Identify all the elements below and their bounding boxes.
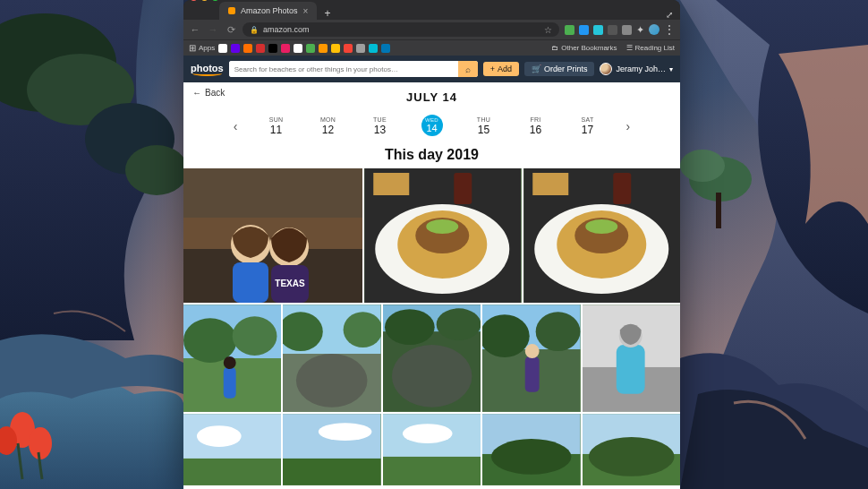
- apps-shortcut[interactable]: ⊞ Apps: [189, 43, 215, 53]
- photo-thumbnail[interactable]: [482, 305, 580, 412]
- url-input[interactable]: 🔒 amazon.com ☆: [243, 22, 559, 37]
- svg-point-23: [426, 219, 458, 234]
- close-icon[interactable]: ×: [303, 6, 309, 16]
- browser-window: Amazon Photos × + ⤢ ← → ⟳ 🔒 amazon.com ☆…: [183, 0, 680, 489]
- day-slot[interactable]: FRI16: [523, 116, 549, 136]
- bookmark-icon[interactable]: [319, 44, 328, 53]
- svg-rect-32: [532, 173, 568, 195]
- profile-avatar-icon[interactable]: [649, 24, 660, 35]
- photo-thumbnail[interactable]: [183, 414, 281, 485]
- bookmark-icon[interactable]: [331, 44, 340, 53]
- photo-thumbnail[interactable]: [364, 168, 522, 303]
- photo-thumbnail[interactable]: [383, 305, 481, 412]
- search-input[interactable]: [229, 61, 458, 77]
- photo-thumbnail[interactable]: [183, 305, 281, 412]
- bookmark-icon[interactable]: [218, 44, 227, 53]
- cart-icon: 🛒: [532, 64, 541, 73]
- svg-point-10: [29, 427, 52, 459]
- back-button[interactable]: ←: [189, 24, 201, 35]
- bookmark-icon[interactable]: [231, 44, 240, 53]
- amazon-photos-logo[interactable]: photos: [191, 63, 224, 76]
- bookmark-icon[interactable]: [243, 44, 252, 53]
- svg-point-70: [491, 439, 572, 475]
- user-menu[interactable]: Jeramy Joh… ▾: [600, 63, 673, 75]
- date-strip: ‹ SUN11MON12TUE13WED14THU15FRI16SAT17 ›: [183, 113, 680, 145]
- bookmark-icon[interactable]: [369, 44, 378, 53]
- window-minimize[interactable]: [201, 0, 208, 1]
- photo-thumbnail[interactable]: [583, 305, 680, 412]
- photo-thumbnail[interactable]: [383, 414, 481, 485]
- other-bookmarks[interactable]: 🗀Other Bookmarks: [551, 44, 617, 52]
- new-tab-button[interactable]: +: [317, 7, 337, 20]
- svg-rect-64: [283, 459, 380, 485]
- window-close[interactable]: [191, 0, 197, 1]
- extension-icon[interactable]: [579, 25, 589, 35]
- svg-rect-37: [224, 367, 236, 399]
- photo-thumbnail[interactable]: [523, 168, 681, 303]
- day-slot[interactable]: SUN11: [263, 116, 290, 136]
- svg-point-36: [233, 316, 277, 356]
- bookmark-icon[interactable]: [294, 44, 302, 53]
- browser-tab[interactable]: Amazon Photos ×: [219, 2, 317, 20]
- svg-rect-67: [383, 457, 481, 485]
- extension-icon[interactable]: [622, 25, 632, 35]
- photo-thumbnail[interactable]: [283, 305, 380, 412]
- favicon-icon: [228, 7, 235, 14]
- bookmark-icon[interactable]: [306, 44, 315, 53]
- svg-rect-3: [716, 193, 721, 228]
- svg-point-43: [344, 312, 381, 347]
- reload-button[interactable]: ⟳: [225, 24, 237, 36]
- svg-rect-31: [613, 173, 631, 204]
- day-slot[interactable]: THU15: [471, 116, 498, 136]
- bookmark-icon[interactable]: [381, 44, 390, 53]
- photo-thumbnail[interactable]: [283, 414, 380, 485]
- extension-icon[interactable]: [565, 25, 574, 35]
- svg-point-52: [536, 312, 581, 351]
- day-slot[interactable]: MON12: [315, 116, 342, 136]
- page-title: JULY 14: [183, 90, 680, 104]
- extension-icon[interactable]: [608, 25, 617, 35]
- photo-grid: TEXAS: [183, 168, 680, 489]
- tab-title: Amazon Photos: [241, 6, 298, 15]
- date-next-button[interactable]: ›: [621, 119, 636, 133]
- puzzle-icon[interactable]: ✦: [636, 24, 644, 36]
- search-button[interactable]: ⌕: [458, 61, 478, 77]
- photo-thumbnail[interactable]: [583, 414, 680, 485]
- day-slot[interactable]: WED14: [419, 116, 446, 136]
- tab-expand-icon[interactable]: ⤢: [659, 10, 680, 20]
- menu-icon[interactable]: ⋮: [664, 24, 675, 35]
- date-prev-button[interactable]: ‹: [228, 119, 243, 133]
- svg-point-73: [589, 437, 674, 476]
- star-icon[interactable]: ☆: [544, 25, 552, 35]
- window-maximize[interactable]: [212, 0, 218, 1]
- bookmark-icon[interactable]: [281, 44, 290, 53]
- photo-thumbnail[interactable]: TEXAS: [183, 168, 362, 303]
- search-box: ⌕: [229, 61, 478, 77]
- svg-rect-61: [183, 459, 281, 485]
- photo-thumbnail[interactable]: [482, 414, 580, 485]
- order-prints-button[interactable]: 🛒 Order Prints: [524, 62, 595, 76]
- extension-icon[interactable]: [593, 25, 603, 35]
- app-header: photos ⌕ + Add 🛒 Order Prints Jeramy Joh…: [183, 56, 680, 82]
- add-button[interactable]: + Add: [483, 62, 519, 76]
- page-content: photos ⌕ + Add 🛒 Order Prints Jeramy Joh…: [183, 56, 680, 489]
- chevron-down-icon: ▾: [669, 65, 673, 73]
- reading-list[interactable]: ☰Reading List: [626, 44, 675, 52]
- bookmark-icon[interactable]: [256, 44, 265, 53]
- svg-point-60: [197, 425, 242, 447]
- day-slot[interactable]: TUE13: [367, 116, 394, 136]
- svg-point-45: [392, 345, 472, 408]
- bookmark-icon[interactable]: [344, 44, 353, 53]
- bookmark-icon[interactable]: [356, 44, 365, 53]
- svg-rect-12: [183, 168, 362, 218]
- bookmark-icon[interactable]: [268, 44, 277, 53]
- bookmarks-bar: ⊞ Apps 🗀Other Bookmarks ☰Reading List: [183, 39, 680, 56]
- day-slot[interactable]: SAT17: [574, 116, 601, 136]
- year-heading: This day 2019: [183, 147, 680, 163]
- lock-icon: 🔒: [250, 26, 259, 34]
- plus-icon: +: [490, 64, 495, 73]
- svg-point-66: [403, 424, 453, 443]
- svg-point-41: [296, 354, 368, 408]
- avatar: [600, 63, 612, 75]
- url-text: amazon.com: [263, 25, 310, 34]
